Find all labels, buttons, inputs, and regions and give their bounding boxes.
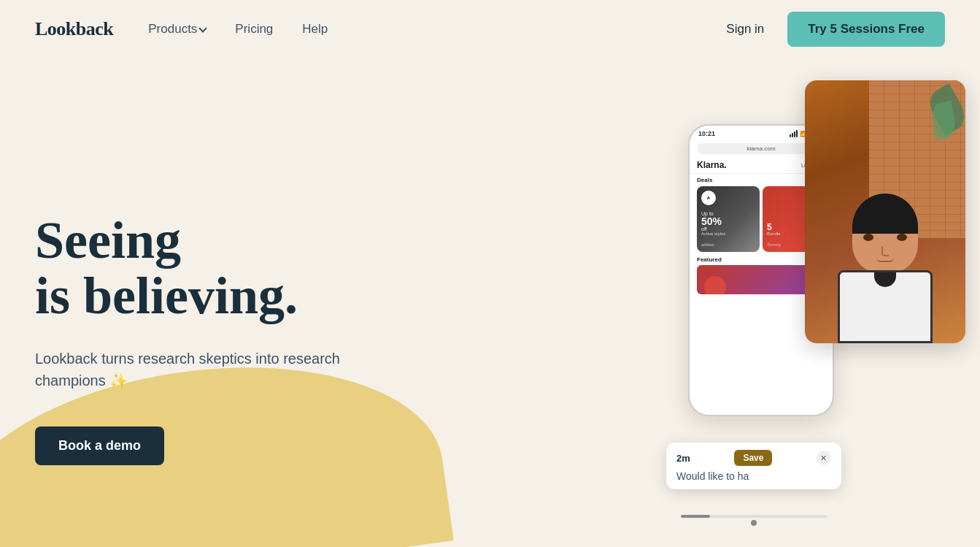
comment-save-button[interactable]: Save <box>734 450 772 466</box>
progress-bar-fill <box>681 515 710 518</box>
sign-in-link[interactable]: Sign in <box>726 22 764 37</box>
right-eye <box>897 234 907 241</box>
chevron-down-icon <box>199 24 207 32</box>
hero-subtext: Lookback turns research skeptics into re… <box>35 348 400 391</box>
hero-left-content: Seeing is believing. Lookback turns rese… <box>35 88 487 547</box>
klarna-logo: Klarna. <box>697 160 727 170</box>
hero-mockups: 10:21 📶 ▰▰▰ klarna.com <box>688 80 965 533</box>
try-sessions-button[interactable]: Try 5 Sessions Free <box>787 12 945 47</box>
help-link[interactable]: Help <box>302 22 328 37</box>
comment-timestamp: 2m <box>676 453 690 464</box>
signal-icon <box>790 130 798 137</box>
person-mouth <box>876 258 894 262</box>
video-overlay <box>805 80 965 343</box>
deal-overlay-adidas: Up to 50% off Active styles adidas <box>697 208 760 252</box>
progress-bar[interactable] <box>681 515 827 518</box>
left-eye <box>863 234 873 241</box>
video-progress-area <box>666 515 841 526</box>
adidas-logo: A <box>701 191 716 205</box>
progress-indicator <box>751 520 757 526</box>
person-nose <box>881 246 889 256</box>
shirt-collar <box>874 272 896 287</box>
comment-text: Would like to ha <box>676 470 831 482</box>
pricing-link[interactable]: Pricing <box>235 22 273 37</box>
person-head <box>852 194 918 274</box>
hero-heading: Seeing is believing. <box>35 213 487 324</box>
book-demo-button[interactable]: Book a demo <box>35 426 164 465</box>
nav-right: Sign in Try 5 Sessions Free <box>726 12 945 47</box>
hero-section: Seeing is believing. Lookback turns rese… <box>0 58 980 547</box>
navigation: Lookback Products Pricing Help Sign in T… <box>0 0 980 58</box>
comment-top-bar: 2m Save ✕ <box>676 450 831 466</box>
person-shirt <box>838 270 933 343</box>
products-menu[interactable]: Products <box>148 22 206 37</box>
comment-close-button[interactable]: ✕ <box>817 451 831 465</box>
nav-links: Products Pricing Help <box>148 22 726 37</box>
logo[interactable]: Lookback <box>35 18 113 40</box>
video-background <box>805 80 965 343</box>
deal-card-adidas: A Up to 50% off Active styles adidas <box>697 186 760 252</box>
comment-bubble: 2m Save ✕ Would like to ha <box>666 443 841 489</box>
